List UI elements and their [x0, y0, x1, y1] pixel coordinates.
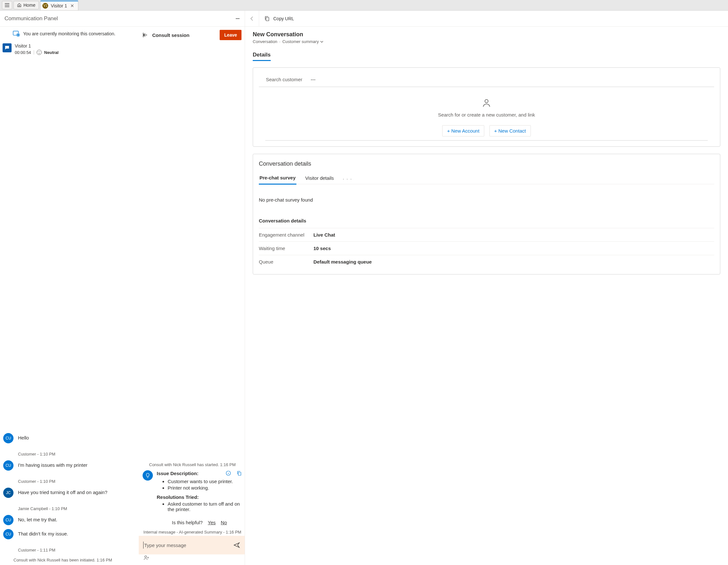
message-text: I'm having issues with my printer — [18, 462, 87, 468]
search-customer-label: Search customer — [266, 77, 302, 82]
hamburger-icon — [5, 3, 9, 7]
visitor-name: Visitor 1 — [15, 43, 58, 49]
resolutions-list: Asked customer to turn off and on the pr… — [168, 501, 242, 512]
helpful-yes[interactable]: Yes — [208, 520, 215, 525]
search-customer-value[interactable]: --- — [311, 77, 315, 82]
add-participant-icon[interactable] — [143, 554, 150, 561]
monitoring-text: You are currently monitoring this conver… — [23, 31, 115, 36]
list-item: Asked customer to turn off and on the pr… — [168, 501, 242, 512]
collapse-panel-icon[interactable] — [235, 16, 240, 21]
kv-row: Engagement channelLive Chat — [259, 228, 714, 242]
tab-details[interactable]: Details — [253, 50, 271, 61]
panel-title: Communication Panel — [4, 15, 58, 22]
kv-value: Default messaging queue — [313, 259, 372, 265]
details-tabbar: Pre-chat survey Visitor details . . . — [259, 175, 714, 184]
person-icon — [482, 98, 491, 108]
tab-label: Visitor 1 — [51, 3, 67, 8]
message-text: No, let me try that. — [18, 517, 57, 522]
compose-toolbar — [139, 554, 245, 565]
conversation-details-card: Conversation details Pre-chat survey Vis… — [253, 154, 720, 275]
message-row: CUHello — [3, 433, 136, 443]
copy-url-icon — [264, 16, 270, 22]
session-tab[interactable]: V1 Visitor 1 ✕ — [40, 1, 78, 11]
breadcrumb-item: Conversation — [253, 39, 277, 44]
tab-visitor-details[interactable]: Visitor details — [305, 175, 335, 184]
new-contact-button[interactable]: + New Contact — [489, 125, 531, 137]
home-icon — [17, 3, 22, 7]
message-row: CUI'm having issues with my printer — [3, 460, 136, 471]
lightbulb-icon — [143, 470, 153, 481]
breadcrumb: Conversation · Customer summary — [253, 39, 720, 44]
kv-key: Engagement channel — [259, 232, 313, 238]
breadcrumb-dropdown[interactable]: Customer summary — [282, 39, 323, 44]
consult-header: Consult session Leave — [139, 27, 245, 43]
new-account-button[interactable]: + New Account — [442, 125, 484, 137]
send-icon[interactable] — [233, 542, 240, 549]
kv-value: Live Chat — [313, 232, 335, 238]
svg-rect-6 — [266, 17, 269, 21]
message-text: That didn't fix my issue. — [18, 531, 68, 536]
visitor-timer: 00:00:54 — [15, 50, 31, 55]
message-row: JCHave you tried turning it off and on a… — [3, 488, 136, 498]
tab-close-icon[interactable]: ✕ — [70, 3, 75, 8]
conversation-details-title: Conversation details — [259, 160, 714, 175]
panel-header: Communication Panel — [0, 11, 245, 27]
info-icon[interactable] — [225, 470, 231, 476]
leave-button[interactable]: Leave — [220, 30, 241, 40]
home-button[interactable]: Home — [13, 1, 39, 9]
system-message: Consult with Nick Russell has been initi… — [3, 556, 136, 564]
chevron-down-icon — [320, 40, 323, 43]
page-title: New Conversation — [253, 31, 720, 38]
svg-point-7 — [485, 100, 488, 103]
tab-badge: V1 — [42, 3, 48, 9]
sentiment-neutral-icon — [37, 50, 42, 55]
copy-url-label: Copy URL — [273, 16, 294, 21]
avatar: CU — [3, 433, 13, 443]
helpful-no[interactable]: No — [221, 520, 227, 525]
monitor-icon — [13, 31, 20, 37]
avatar: JC — [3, 488, 13, 498]
message-row: CUNo, let me try that. — [3, 515, 136, 525]
kv-key: Waiting time — [259, 246, 313, 251]
kv-row: Waiting time10 secs — [259, 242, 714, 255]
back-arrow-icon — [250, 16, 255, 21]
divider — [265, 140, 708, 141]
message-text: Have you tried turning it off and on aga… — [18, 490, 107, 495]
copy-url-button[interactable]: Copy URL — [259, 16, 299, 22]
kv-key: Queue — [259, 259, 313, 265]
svg-point-5 — [145, 556, 147, 558]
sentiment-label: Neutral — [44, 50, 59, 55]
ai-summary-card: Issue Description: Customer wants to use… — [157, 470, 242, 527]
chat-channel-icon — [3, 43, 12, 52]
internal-message-meta: Internal message - AI-generated Summary … — [143, 527, 242, 536]
empty-customer-text: Search for or create a new customer, and… — [438, 112, 535, 118]
visitor-card[interactable]: Visitor 1 00:00:54 Neutral — [0, 41, 139, 57]
breadcrumb-sep: · — [279, 39, 281, 44]
kv-row: QueueDefault messaging queue — [259, 255, 714, 269]
list-item: Printer not working. — [168, 485, 242, 490]
message-meta: Jamie Campbell - 1:10 PM — [18, 506, 136, 511]
avatar: CU — [3, 529, 13, 539]
top-nav: Home V1 Visitor 1 ✕ — [0, 0, 728, 11]
copy-icon[interactable] — [236, 470, 242, 476]
helpful-question: Is this helpful? — [172, 520, 203, 525]
messages-list: CUHelloCustomer - 1:10 PM CUI'm having i… — [0, 57, 139, 565]
kv-value: 10 secs — [313, 246, 331, 251]
compose-input[interactable] — [143, 542, 230, 549]
avatar: CU — [3, 515, 13, 525]
message-text: Hello — [18, 435, 29, 440]
hamburger-menu[interactable] — [2, 1, 12, 9]
message-meta: Customer - 1:11 PM — [18, 548, 136, 552]
resolutions-label: Resolutions Tried: — [157, 494, 242, 500]
issue-description-label: Issue Description: — [157, 471, 198, 476]
consult-body: Consult with Nick Russell has started. 1… — [139, 43, 245, 536]
back-button[interactable] — [245, 11, 259, 27]
avatar: CU — [3, 460, 13, 471]
compose-area — [139, 536, 245, 554]
consult-started-message: Consult with Nick Russell has started. 1… — [143, 459, 242, 470]
svg-point-2 — [17, 34, 19, 36]
back-to-start-icon[interactable] — [142, 32, 148, 38]
tab-overflow[interactable]: . . . — [343, 175, 352, 184]
sub-heading: Conversation details — [259, 216, 714, 228]
tab-prechat-survey[interactable]: Pre-chat survey — [259, 175, 296, 185]
